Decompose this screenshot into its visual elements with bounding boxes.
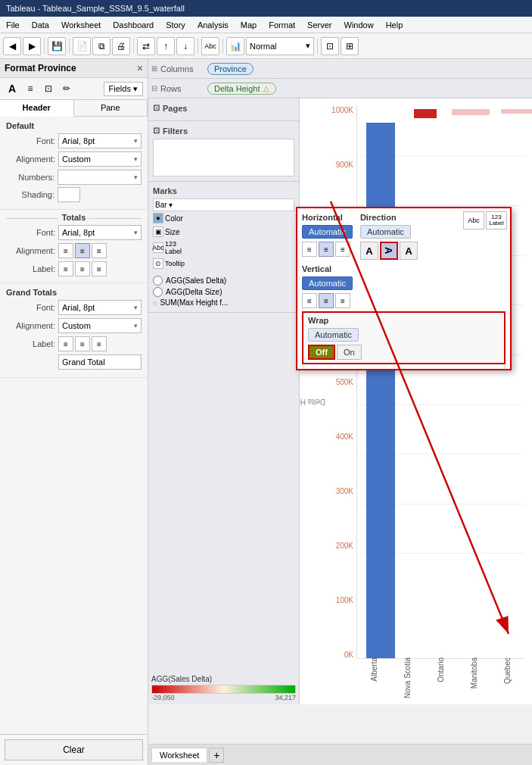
fit-button[interactable]: ⊡ [321,37,339,55]
grand-label-row: Label: ≡ ≡ ≡ [6,336,142,351]
menu-format[interactable]: Format [263,19,301,31]
marks-label[interactable]: Abc 123Label [153,239,294,257]
chart-type-button[interactable]: 📊 [226,37,244,55]
totals-align-left[interactable]: ≡ [58,243,73,258]
new-sheet-button[interactable]: + [209,748,224,763]
marks-radio-1[interactable] [153,276,163,286]
tab-pane[interactable]: Pane [74,100,148,116]
abc-mark-btn[interactable]: Abc [463,211,484,230]
totals-label-right[interactable]: ≡ [92,261,107,276]
h-align-center[interactable]: ≡ [319,242,334,257]
marks-size[interactable]: ▣ Size [153,225,294,239]
font-dropdown-arrow: ▾ [134,137,138,145]
pages-header: ⊡ Pages [153,103,294,113]
menu-analysis[interactable]: Analysis [191,19,235,31]
menu-worksheet[interactable]: Worksheet [55,19,107,31]
numbers-dropdown[interactable]: ▾ [58,170,142,185]
sheet-tab-active[interactable]: Worksheet [151,748,207,762]
fields-button[interactable]: Fields ▾ [104,82,143,96]
123-mark-btn[interactable]: 123Label [486,211,507,230]
dir-up-button[interactable]: A [380,242,398,260]
font-dropdown[interactable]: Arial, 8pt ▾ [58,133,142,148]
menu-data[interactable]: Data [26,19,55,31]
v-align-top[interactable]: ≡ [302,293,317,308]
marks-field-2[interactable]: AGG(Delta Size) [153,286,294,298]
h-automatic-button[interactable]: Automatic [302,225,353,239]
menu-story[interactable]: Story [160,19,191,31]
menu-help[interactable]: Help [380,19,409,31]
menu-server[interactable]: Server [301,19,338,31]
tableau-view: ⊞ Columns Province ⊟ Rows Delta Height △ [148,59,532,765]
swap-button[interactable]: ⇄ [137,37,155,55]
align-icon[interactable]: ≡ [23,81,38,96]
menu-dashboard[interactable]: Dashboard [107,19,160,31]
shading-color[interactable] [58,187,80,202]
save-button[interactable]: 💾 [48,37,66,55]
abc-button[interactable]: Abc [201,37,219,55]
toolbar-separator-4 [198,39,198,54]
marks-detail[interactable]: ⊙ Tooltip [153,257,294,270]
horizontal-title: Horizontal [302,213,353,222]
menu-window[interactable]: Window [338,19,380,31]
totals-align-right[interactable]: ≡ [92,243,107,258]
grand-label-left[interactable]: ≡ [58,336,73,351]
grand-align-dropdown[interactable]: Custom ▾ [58,318,142,333]
totals-label-label: Label: [6,264,55,273]
duplicate-button[interactable]: ⧉ [92,37,110,55]
x-labels: Alberta Nova Scotia Ontario Manitoba Que [357,657,524,700]
toolbar: ◀ ▶ 💾 📄 ⧉ 🖨 ⇄ ↑ ↓ Abc 📊 Normal ▾ ⊡ ⊞ [0,33,532,59]
panel-close-button[interactable]: × [137,62,143,74]
back-button[interactable]: ◀ [3,37,21,55]
marks-radio-2[interactable] [153,287,163,297]
province-pill[interactable]: Province [207,63,254,75]
marks-color[interactable]: ● Color [153,211,294,225]
grand-label-input[interactable]: Grand Total [58,354,142,370]
alignment-dropdown[interactable]: Custom ▾ [58,151,142,167]
brush-icon[interactable]: ✏ [59,81,74,96]
present-button[interactable]: ⊞ [341,37,359,55]
toolbar-separator-2 [69,39,70,54]
totals-align-center[interactable]: ≡ [75,243,90,258]
y-1000k: 1000K [331,106,353,114]
wrap-off-button[interactable]: Off [308,345,335,360]
totals-font-dropdown[interactable]: Arial, 8pt ▾ [58,225,142,240]
menu-file[interactable]: File [0,19,26,31]
clear-button[interactable]: Clear [5,739,143,760]
alignment-label: Alignment: [6,155,55,164]
grand-label-right[interactable]: ≡ [92,336,107,351]
delta-height-pill[interactable]: Delta Height △ [207,83,276,95]
d-automatic-button[interactable]: Automatic [360,225,411,239]
y-500k: 500K [336,378,353,386]
dir-right-button[interactable]: A [400,242,418,260]
totals-label-left[interactable]: ≡ [58,261,73,276]
x-label-alberta: Alberta [357,657,390,700]
h-align-left[interactable]: ≡ [302,242,317,257]
sort-desc-button[interactable]: ↓ [176,37,194,55]
v-align-bottom[interactable]: ≡ [335,293,350,308]
font-icon[interactable]: A [5,81,20,96]
wrap-automatic-button[interactable]: Automatic [308,328,359,342]
panel-tabs: Header Pane [0,100,148,117]
dir-left-button[interactable]: A [360,242,378,260]
h-align-right[interactable]: ≡ [335,242,350,257]
wrap-on-button[interactable]: On [337,345,362,360]
marks-header: Marks [153,186,294,195]
totals-label-center[interactable]: ≡ [75,261,90,276]
box-icon[interactable]: ⊡ [41,81,56,96]
marks-field-3[interactable]: ○ SUM(Max Height f... [153,298,294,308]
v-automatic-button[interactable]: Automatic [302,276,353,290]
print-button[interactable]: 🖨 [112,37,130,55]
marks-type[interactable]: Bar ▾ [153,198,294,211]
view-type-dropdown[interactable]: Normal ▾ [246,37,314,55]
numbers-row: Numbers: ▾ [6,170,142,185]
menu-map[interactable]: Map [235,19,263,31]
grand-font-dropdown[interactable]: Arial, 8pt ▾ [58,300,142,315]
forward-button[interactable]: ▶ [23,37,41,55]
grand-label-center[interactable]: ≡ [75,336,90,351]
x-label-quebec: Quebec [491,657,524,700]
new-worksheet-button[interactable]: 📄 [73,37,91,55]
sort-asc-button[interactable]: ↑ [157,37,175,55]
marks-field-1[interactable]: AGG(Sales Delta) [153,275,294,286]
v-align-middle[interactable]: ≡ [319,293,334,308]
tab-header[interactable]: Header [0,100,74,117]
